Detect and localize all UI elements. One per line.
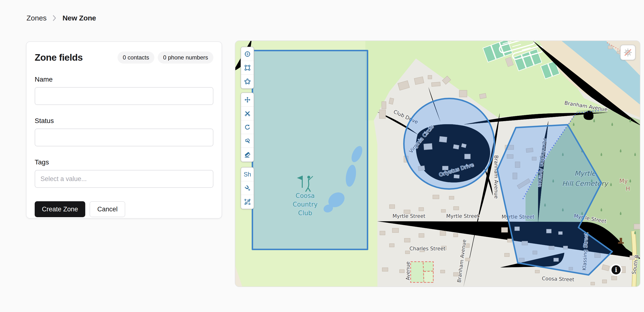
sh-tool-button[interactable]: Sh [241,168,254,181]
zone-fields-card: Zone fields 0 contacts 0 phone numbers N… [26,41,222,219]
map[interactable]: Club Drive Virginia Circle Orlystus Driv… [235,40,640,287]
create-zone-button[interactable]: Create Zone [35,201,85,217]
draw-circle-icon [244,51,251,57]
select-shapes-icon [244,199,251,205]
edit-vertices-button[interactable] [241,134,254,148]
edit-tool-group [240,92,254,162]
cancel-button[interactable]: Cancel [90,201,125,217]
sh-tool-label: Sh [244,171,251,178]
cut-layers-button[interactable] [241,107,254,120]
edit-polygon-icon [244,138,251,144]
svg-text:Myrtle Street: Myrtle Street [446,213,479,219]
map-settings-toggle-button[interactable] [620,45,636,60]
status-label: Status [35,117,214,125]
attribution-toggle-button[interactable]: i [610,264,622,276]
svg-text:Coosa Street: Coosa Street [542,276,574,283]
drag-icon [244,96,251,103]
draw-tool-group [240,47,254,89]
draw-polygon-icon [244,78,251,85]
breadcrumb-current: New Zone [62,14,96,22]
card-title: Zone fields [35,52,82,63]
draw-circle-button[interactable] [241,47,254,61]
magnet-icon [244,185,251,191]
draw-rectangle-icon [244,64,251,71]
name-input[interactable] [35,87,214,105]
extra-tool-group: Sh [240,167,254,209]
drag-layers-button[interactable] [241,93,254,107]
draw-rectangle-button[interactable] [241,61,254,75]
snapping-toggle-button[interactable] [241,181,254,195]
map-canvas: Club Drive Virginia Circle Orlystus Driv… [235,41,640,287]
rotate-layers-button[interactable] [241,120,254,134]
svg-text:Branham Avenue: Branham Avenue [493,155,499,199]
status-input[interactable] [35,129,214,146]
chevron-right-icon [52,14,56,22]
tags-label: Tags [35,158,214,166]
svg-text:My: My [620,178,628,184]
zone-circle[interactable] [404,98,494,189]
contacts-count-badge: 0 contacts [118,51,154,63]
draw-polygon-button[interactable] [241,75,254,88]
gear-slash-icon [623,48,633,57]
svg-text:Myrtle Street: Myrtle Street [392,213,426,219]
svg-text:Charles Street: Charles Street [410,246,446,252]
zone-rectangle[interactable] [252,50,368,249]
name-label: Name [35,76,214,83]
cut-icon [244,110,251,117]
breadcrumb: Zones New Zone [26,14,96,22]
rotate-icon [244,124,251,130]
select-shapes-button[interactable] [241,195,254,209]
breadcrumb-zones-link[interactable]: Zones [26,14,46,22]
phone-numbers-count-badge: 0 phone numbers [158,51,214,63]
info-icon: i [612,265,621,275]
tags-select-input[interactable] [35,170,214,188]
svg-text:Avenue: Avenue [405,262,411,280]
eraser-icon [244,151,251,158]
remove-layers-button[interactable] [241,148,254,162]
svg-text:H: H [626,185,630,192]
